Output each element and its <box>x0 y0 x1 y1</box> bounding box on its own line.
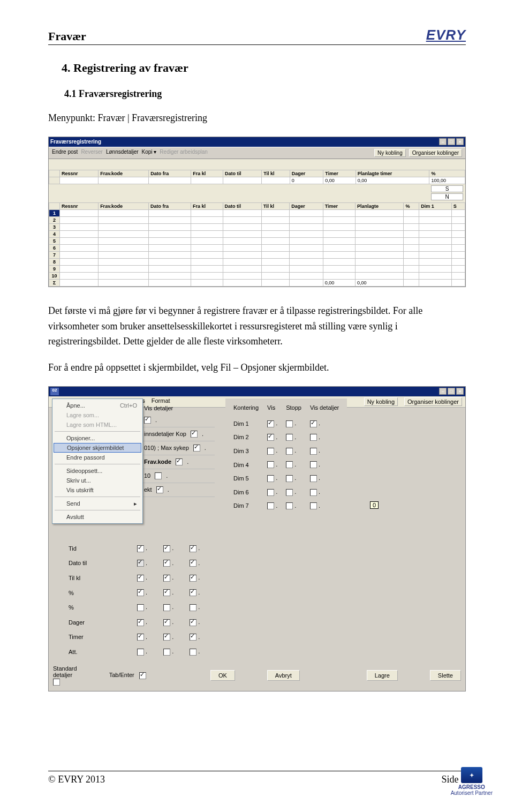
checkbox[interactable] <box>191 431 198 438</box>
table-row[interactable]: 3 <box>49 223 465 230</box>
dlg-minimize-button[interactable]: – <box>439 388 447 395</box>
checkbox-standard-detaljer[interactable] <box>53 679 60 686</box>
checkbox-tab-enter[interactable] <box>139 672 146 679</box>
checkbox[interactable] <box>267 502 274 509</box>
checkbox[interactable] <box>193 445 200 452</box>
table-row[interactable]: 2 <box>49 216 465 223</box>
menu-rediger-arbeidsplan[interactable]: Rediger arbeidsplan <box>160 149 208 157</box>
menu-endre-post[interactable]: Endre post <box>52 149 78 157</box>
table-row[interactable]: 1 <box>49 209 465 216</box>
checkbox[interactable] <box>286 448 293 455</box>
organiser-koblinger-button[interactable]: Organiser koblinger <box>409 149 462 157</box>
file-menu-item[interactable]: Opsjoner... <box>52 433 142 443</box>
checkbox[interactable] <box>310 448 317 455</box>
checkbox[interactable] <box>163 545 170 552</box>
file-menu-item[interactable]: Skriv ut... <box>52 476 142 485</box>
file-menu-item[interactable]: Åpne...Ctrl+O <box>52 401 142 410</box>
checkbox[interactable] <box>163 649 170 656</box>
dlg-maximize-button[interactable]: □ <box>448 388 455 395</box>
menu-lonnsdetaljer[interactable]: Lønnsdetaljer <box>106 149 139 157</box>
dlg-organiser-koblinger[interactable]: Organiser koblinger <box>404 397 462 406</box>
body-paragraph-1: Det første vi må gjøre før vi begynner å… <box>48 303 466 349</box>
checkbox[interactable] <box>190 634 196 641</box>
checkbox[interactable] <box>137 649 144 656</box>
checkbox[interactable] <box>310 461 317 468</box>
checkbox[interactable] <box>155 472 162 479</box>
checkbox[interactable] <box>310 489 317 496</box>
file-menu-item[interactable]: Avslutt <box>52 512 142 522</box>
checkbox[interactable] <box>137 634 144 641</box>
checkbox[interactable] <box>310 475 317 482</box>
agresso-badge: ✦ AGRESSO Autorisert Partner <box>451 767 493 796</box>
avbryt-button[interactable]: Avbryt <box>267 670 300 681</box>
option-row: Dato til . . . <box>68 559 200 568</box>
ny-kobling-button[interactable]: Ny kobling <box>374 149 406 157</box>
checkbox[interactable] <box>163 589 170 596</box>
table-row[interactable]: 9 <box>49 265 465 272</box>
checkbox[interactable] <box>286 502 293 509</box>
checkbox[interactable] <box>310 420 317 427</box>
dim-row: Dim 6 . . . <box>233 488 339 497</box>
checkbox[interactable] <box>267 420 274 427</box>
checkbox[interactable] <box>286 461 293 468</box>
checkbox[interactable] <box>163 619 170 626</box>
table-row[interactable]: 4 <box>49 230 465 237</box>
dlg-close-button[interactable]: × <box>456 388 464 395</box>
dlg-ny-kobling[interactable]: Ny kobling <box>364 397 398 406</box>
checkbox[interactable] <box>267 475 274 482</box>
checkbox[interactable] <box>267 434 274 441</box>
table-row[interactable]: 8 <box>49 258 465 265</box>
table-row[interactable]: 6 <box>49 244 465 251</box>
checkbox[interactable] <box>137 589 144 596</box>
table-row[interactable]: 10 <box>49 272 465 279</box>
slette-button[interactable]: Slette <box>430 670 461 681</box>
checkbox[interactable] <box>190 589 196 596</box>
checkbox[interactable] <box>267 448 274 455</box>
file-menu-item[interactable]: Endre passord <box>52 453 142 462</box>
checkbox[interactable] <box>137 575 144 582</box>
col-tilkl: Til kl <box>262 170 290 177</box>
checkbox[interactable] <box>190 604 196 611</box>
file-menu-item[interactable]: Send▸ <box>52 499 142 508</box>
minimize-button[interactable]: – <box>439 138 447 145</box>
checkbox[interactable] <box>163 575 170 582</box>
dim-row: Dim 1 . . . <box>233 419 339 428</box>
checkbox[interactable] <box>137 604 144 611</box>
section-h1: 4. Registrering av fravær <box>62 61 466 75</box>
table-row[interactable]: 5 <box>49 237 465 244</box>
maximize-button[interactable]: □ <box>448 138 455 145</box>
file-menu-item[interactable]: Opsjoner skjermbildet <box>54 443 141 453</box>
table-row[interactable]: 7 <box>49 251 465 258</box>
checkbox[interactable] <box>163 604 170 611</box>
checkbox[interactable] <box>286 434 293 441</box>
entry-grid-top: Ressnr Frav.kode Dato fra Fra kl Dato ti… <box>49 170 465 184</box>
lagre-button[interactable]: Lagre <box>367 670 398 681</box>
checkbox[interactable] <box>286 475 293 482</box>
file-menu-item[interactable]: Sideoppsett... <box>52 466 142 476</box>
close-button[interactable]: × <box>456 138 464 145</box>
checkbox[interactable] <box>137 545 144 552</box>
checkbox[interactable] <box>176 458 183 465</box>
checkbox[interactable] <box>190 575 196 582</box>
checkbox[interactable] <box>190 560 196 567</box>
file-menu-item[interactable]: Vis utskrift <box>52 485 142 495</box>
checkbox[interactable] <box>286 489 293 496</box>
checkbox[interactable] <box>190 545 196 552</box>
entry-row[interactable]: 0 0,00 0,00 100,00 <box>49 177 465 184</box>
checkbox[interactable] <box>267 489 274 496</box>
checkbox[interactable] <box>310 502 317 509</box>
checkbox[interactable] <box>190 619 196 626</box>
checkbox[interactable] <box>163 560 170 567</box>
checkbox[interactable] <box>310 434 317 441</box>
checkbox[interactable] <box>156 486 163 493</box>
checkbox[interactable] <box>286 420 293 427</box>
checkbox[interactable] <box>267 461 274 468</box>
checkbox[interactable] <box>137 619 144 626</box>
checkbox[interactable] <box>144 417 151 424</box>
menu-kopi[interactable]: Kopi ▾ <box>142 149 157 157</box>
checkbox[interactable] <box>137 560 144 567</box>
checkbox[interactable] <box>163 634 170 641</box>
checkbox[interactable] <box>190 649 196 656</box>
menu-reverser[interactable]: Reverser <box>81 149 103 157</box>
ok-button[interactable]: OK <box>210 670 235 681</box>
